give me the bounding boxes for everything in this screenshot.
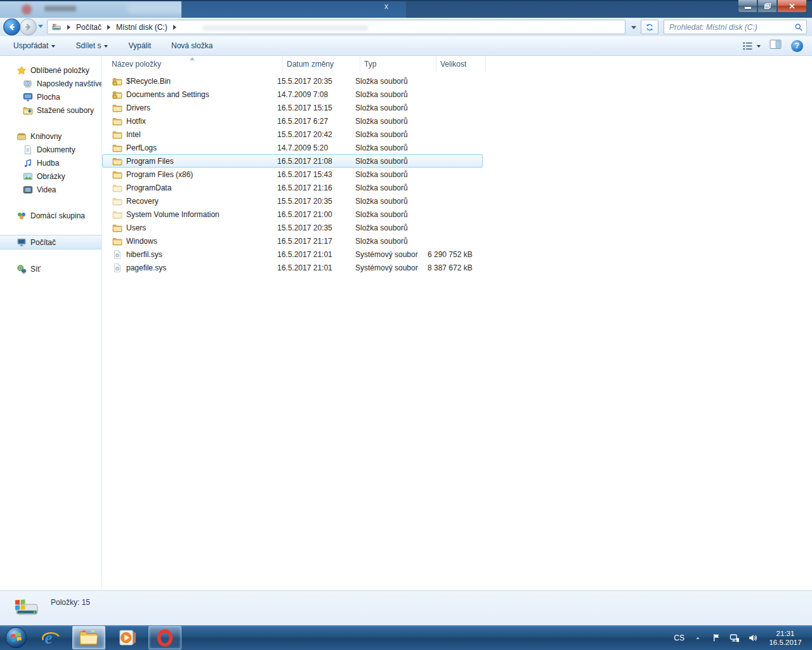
file-name: pagefile.sys — [126, 263, 273, 272]
column-header-size[interactable]: Velikost — [436, 56, 486, 72]
action-center-button[interactable] — [711, 633, 721, 643]
taskbar-windows-explorer[interactable] — [72, 626, 105, 649]
help-button[interactable]: ? — [791, 40, 803, 52]
taskbar-media-player[interactable] — [110, 626, 143, 649]
file-date-modified: 15.5.2017 20:35 — [273, 77, 351, 86]
file-row-intel[interactable]: Intel15.5.2017 20:42Složka souborů — [102, 128, 483, 141]
column-header-row: Název položky Datum změny Typ Velikost — [102, 56, 486, 72]
file-row-pagefile-sys[interactable]: pagefile.sys16.5.2017 21:01Systémový sou… — [102, 261, 483, 274]
taskbar-internet-explorer[interactable]: e — [34, 626, 67, 649]
sidebar-item-label: Síť — [30, 265, 41, 274]
explorer-folder-icon — [79, 629, 99, 647]
file-row-users[interactable]: Users15.5.2017 20:35Složka souborů — [102, 221, 483, 234]
file-type: Složka souborů — [351, 197, 428, 206]
file-row-system-volume-information[interactable]: System Volume Information16.5.2017 21:00… — [102, 208, 483, 221]
file-list-pane: Název položky Datum změny Typ Velikost $… — [102, 56, 812, 590]
chevron-down-icon — [104, 45, 108, 48]
sidebar-item-obrázky[interactable]: Obrázky — [0, 169, 102, 183]
file-row-windows[interactable]: Windows16.5.2017 21:17Složka souborů — [102, 234, 483, 248]
search-icon[interactable] — [791, 23, 806, 32]
file-row-perflogs[interactable]: PerfLogs14.7.2009 5:20Složka souborů — [102, 141, 483, 154]
start-button[interactable] — [0, 625, 32, 650]
file-date-modified: 16.5.2017 21:16 — [273, 183, 351, 192]
toolbar-button-uspo-dat[interactable]: Uspořádat — [6, 37, 62, 54]
recent-pages-dropdown[interactable] — [38, 25, 43, 28]
toolbar-right-group: ? — [742, 39, 812, 52]
file-row-documents-and-settings[interactable]: Documents and Settings14.7.2009 7:08Slož… — [102, 88, 483, 101]
sidebar-item-knihovny[interactable]: Knihovny — [0, 129, 102, 143]
toolbar-button-nov-slo-ka[interactable]: Nová složka — [164, 37, 219, 54]
sidebar-item-oblíbené-položky[interactable]: Oblíbené položky — [0, 63, 102, 77]
file-row-programdata[interactable]: ProgramData16.5.2017 21:16Složka souborů — [102, 181, 483, 194]
explorer-main: Oblíbené položkyNaposledy navštíverPloch… — [0, 56, 812, 590]
show-hidden-icons-button[interactable] — [693, 633, 703, 643]
taskbar-opera[interactable] — [148, 626, 181, 649]
sidebar-item-počítač[interactable]: Počítač — [0, 235, 102, 249]
file-date-modified: 16.5.2017 21:01 — [273, 250, 351, 259]
restore-button[interactable] — [757, 0, 777, 13]
folder-icon — [112, 116, 122, 126]
preview-pane-button[interactable] — [769, 39, 782, 52]
homegroup-icon — [16, 211, 27, 221]
file-row-recovery[interactable]: Recovery15.5.2017 20:35Složka souborů — [102, 194, 483, 208]
sidebar-item-label: Knihovny — [30, 132, 62, 141]
breadcrumb-arrow-icon[interactable] — [107, 25, 110, 30]
toolbar-button-sd-let-s[interactable]: Sdílet s — [69, 37, 115, 54]
sidebar-item-label: Naposledy navštíver — [37, 79, 102, 88]
sysfile-icon — [112, 263, 122, 273]
file-name: hiberfil.sys — [126, 250, 273, 259]
breadcrumb-arrow-icon[interactable] — [67, 25, 70, 30]
file-type: Složka souborů — [351, 210, 428, 219]
breadcrumb-arrow-icon[interactable] — [173, 25, 176, 30]
file-name: Documents and Settings — [126, 90, 273, 99]
close-button[interactable]: ✕ — [777, 0, 807, 13]
refresh-button[interactable] — [641, 20, 658, 34]
file-type: Složka souborů — [351, 237, 428, 246]
change-view-button[interactable] — [742, 41, 761, 51]
network-tray-button[interactable] — [730, 633, 740, 643]
sidebar-item-label: Videa — [37, 185, 56, 194]
chevron-down-icon — [631, 26, 636, 29]
forward-arrow-icon — [23, 22, 33, 32]
column-header-name[interactable]: Název položky — [112, 56, 283, 72]
clock[interactable]: 21:31 16.5.2017 — [766, 629, 804, 647]
breadcrumb-item-local-disk-c[interactable]: Místní disk (C:) — [115, 23, 169, 32]
file-row-hotfix[interactable]: Hotfix16.5.2017 6:27Složka souborů — [102, 114, 483, 128]
address-dropdown-button[interactable] — [625, 20, 642, 36]
sidebar-item-dokumenty[interactable]: Dokumenty — [0, 143, 102, 156]
file-name: System Volume Information — [126, 210, 273, 219]
file-row-program-files-x86-[interactable]: Program Files (x86)16.5.2017 15:43Složka… — [102, 168, 483, 181]
system-tray: CS 21:31 16.5.2017 — [674, 629, 812, 647]
help-icon: ? — [795, 41, 799, 50]
back-button[interactable] — [3, 18, 20, 36]
drive-icon — [51, 22, 62, 32]
sidebar-item-domácí-skupina[interactable]: Domácí skupina — [0, 209, 102, 222]
column-header-date[interactable]: Datum změny — [283, 56, 360, 72]
file-row--recycle-bin[interactable]: $Recycle.Bin15.5.2017 20:35Složka soubor… — [102, 74, 483, 88]
sidebar-item-hudba[interactable]: Hudba — [0, 156, 102, 169]
file-row-drivers[interactable]: Drivers16.5.2017 15:15Složka souborů — [102, 101, 483, 114]
file-type: Složka souborů — [351, 130, 428, 139]
breadcrumb-item-computer[interactable]: Počítač — [75, 23, 103, 32]
language-indicator[interactable]: CS — [674, 633, 684, 642]
volume-button[interactable] — [748, 633, 758, 643]
file-name: Program Files — [126, 157, 273, 166]
opera-icon — [154, 627, 176, 649]
sidebar-item-label: Hudba — [37, 159, 59, 168]
column-header-type[interactable]: Typ — [360, 56, 436, 72]
sidebar-item-label: Domácí skupina — [30, 211, 85, 220]
close-icon: ✕ — [789, 2, 795, 11]
videos-icon — [23, 185, 33, 195]
toolbar-button-vyp-lit[interactable]: Vypálit — [121, 37, 158, 54]
sidebar-item-stažené-soubory[interactable]: Stažené soubory — [0, 103, 102, 117]
sidebar-item-naposledy-navštíver[interactable]: Naposledy navštíver — [0, 77, 102, 90]
search-input[interactable] — [664, 23, 791, 32]
sidebar-item-videa[interactable]: Videa — [0, 183, 102, 196]
sidebar-item-síť[interactable]: Síť — [0, 262, 102, 275]
file-row-program-files[interactable]: Program Files16.5.2017 21:08Složka soubo… — [102, 154, 483, 168]
sidebar-item-plocha[interactable]: Plocha — [0, 90, 102, 103]
forward-button[interactable] — [20, 18, 37, 36]
minimize-button[interactable] — [738, 0, 757, 13]
file-row-hiberfil-sys[interactable]: hiberfil.sys16.5.2017 21:01Systémový sou… — [102, 248, 483, 261]
documents-icon — [23, 145, 33, 155]
